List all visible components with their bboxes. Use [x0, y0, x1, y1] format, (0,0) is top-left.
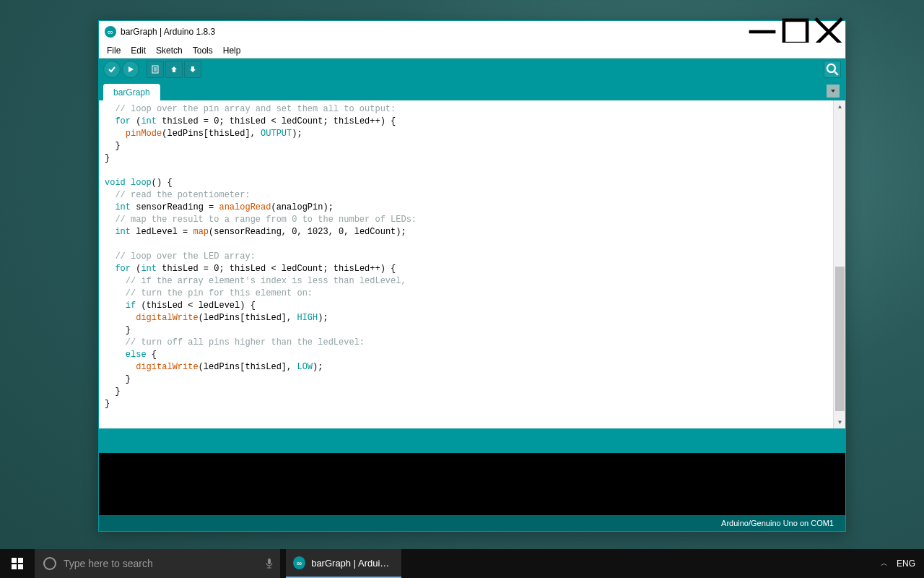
menu-edit[interactable]: Edit [126, 44, 151, 57]
maximize-button[interactable] [779, 21, 812, 43]
svg-marker-13 [831, 90, 835, 92]
open-sketch-button[interactable] [165, 61, 183, 78]
taskbar-search[interactable]: Type here to search [35, 549, 280, 578]
menu-sketch[interactable]: Sketch [151, 44, 188, 57]
arduino-taskbar-icon: ∞ [293, 556, 305, 569]
scroll-up-icon[interactable]: ▲ [834, 100, 845, 113]
svg-rect-16 [12, 564, 17, 569]
svg-marker-10 [190, 66, 196, 72]
start-button[interactable] [0, 549, 35, 578]
cortana-icon [43, 557, 56, 570]
svg-marker-9 [171, 66, 177, 72]
titlebar[interactable]: barGraph | Arduino 1.8.3 [99, 21, 845, 43]
tab-bar: barGraph [99, 80, 845, 100]
tab-menu-dropdown[interactable] [827, 85, 840, 98]
svg-rect-17 [18, 564, 23, 569]
svg-point-11 [827, 64, 835, 72]
arduino-logo-icon [105, 26, 116, 38]
svg-line-12 [834, 72, 838, 75]
footer-bar: Arduino/Genuino Uno on COM1 [99, 515, 845, 531]
editor-scrollbar[interactable]: ▲ ▼ [833, 100, 845, 428]
svg-marker-4 [128, 66, 134, 72]
new-sketch-button[interactable] [147, 61, 164, 78]
minimize-button[interactable] [746, 21, 779, 43]
system-tray: ︿ ENG [881, 549, 924, 578]
upload-button[interactable] [122, 61, 139, 78]
serial-monitor-button[interactable] [824, 61, 841, 78]
console-output[interactable] [99, 450, 845, 515]
close-button[interactable] [812, 21, 845, 43]
editor-area: // loop over the pin array and set them … [99, 100, 845, 428]
scroll-thumb[interactable] [835, 267, 845, 411]
svg-rect-18 [268, 558, 271, 564]
window-title: barGraph | Arduino 1.8.3 [121, 27, 215, 37]
menu-tools[interactable]: Tools [188, 44, 218, 57]
windows-taskbar: Type here to search ∞ barGraph | Arduino… [0, 549, 924, 578]
svg-rect-14 [12, 558, 17, 563]
svg-rect-1 [784, 20, 807, 43]
svg-rect-15 [18, 558, 23, 563]
save-sketch-button[interactable] [184, 61, 201, 78]
tab-bargraph[interactable]: barGraph [103, 84, 160, 100]
search-placeholder: Type here to search [64, 558, 153, 569]
menubar: File Edit Sketch Tools Help [99, 43, 845, 59]
verify-button[interactable] [103, 61, 121, 78]
toolbar [99, 59, 845, 80]
menu-file[interactable]: File [102, 44, 126, 57]
taskbar-app-label: barGraph | Arduino... [311, 558, 394, 569]
scroll-down-icon[interactable]: ▼ [834, 416, 845, 428]
microphone-icon[interactable] [258, 558, 280, 569]
tray-overflow-icon[interactable]: ︿ [881, 558, 888, 569]
board-port-label: Arduino/Genuino Uno on COM1 [721, 519, 834, 527]
language-indicator[interactable]: ENG [897, 558, 915, 569]
arduino-ide-window: barGraph | Arduino 1.8.3 File Edit Sketc… [98, 20, 846, 532]
code-editor[interactable]: // loop over the pin array and set them … [99, 100, 833, 428]
menu-help[interactable]: Help [218, 44, 246, 57]
taskbar-app-arduino[interactable]: ∞ barGraph | Arduino... [286, 549, 401, 578]
status-strip [99, 428, 845, 450]
